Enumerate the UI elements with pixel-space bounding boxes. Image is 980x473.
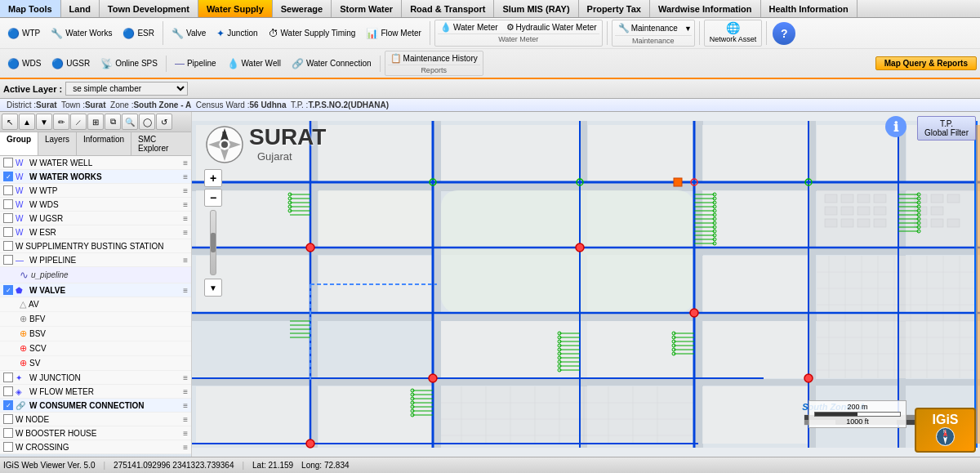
- info-help-circle[interactable]: ℹ: [885, 116, 906, 137]
- tab-information[interactable]: Information: [77, 132, 131, 155]
- checkbox[interactable]: [3, 241, 13, 251]
- menu-item-map-tools[interactable]: Map Tools: [0, 0, 61, 17]
- menu-item-health[interactable]: Health Information: [761, 0, 858, 17]
- zoom-in-btn[interactable]: +: [204, 169, 222, 187]
- toolbar-btn-water-connection[interactable]: 🔗 Water Connection: [287, 56, 376, 71]
- panel-tool-line[interactable]: ⟋: [70, 114, 87, 130]
- menu-item-sewerage[interactable]: Sewerage: [273, 0, 332, 17]
- map-nav-down[interactable]: ▼: [204, 279, 222, 297]
- tab-group[interactable]: Group: [0, 132, 38, 155]
- list-item[interactable]: W SUPPLIMENTRY BUSTING STATION: [0, 239, 191, 253]
- panel-tool-select[interactable]: ↖: [2, 114, 18, 130]
- layer-list-icon[interactable]: ≡: [183, 387, 188, 396]
- list-item[interactable]: W W WDS ≡: [0, 198, 191, 212]
- toolbar-btn-online-sps[interactable]: 📡 Online SPS: [96, 56, 162, 71]
- zoom-out-btn[interactable]: −: [204, 189, 222, 207]
- toolbar-btn-wds[interactable]: 🔵 WDS: [3, 56, 45, 71]
- toolbar-btn-hydraulic[interactable]: ⚙ Hydraulic Water Meter: [504, 21, 599, 33]
- tab-layers[interactable]: Layers: [38, 132, 77, 155]
- menu-item-road[interactable]: Road & Transport: [402, 0, 494, 17]
- toolbar-btn-ugsr[interactable]: 🔵 UGSR: [47, 56, 94, 71]
- list-item[interactable]: W W WATER WELL ≡: [0, 156, 191, 170]
- layer-list-icon[interactable]: ≡: [183, 443, 188, 452]
- list-item[interactable]: ∿ u_pipeline: [0, 267, 191, 283]
- list-item[interactable]: ◈ W FLOW METER ≡: [0, 385, 191, 399]
- list-item[interactable]: W BOOSTER HOUSE ≡: [0, 426, 191, 440]
- panel-tool-arrow-down[interactable]: ▼: [36, 114, 52, 130]
- toolbar-btn-water-works[interactable]: 🔧 Water Works: [47, 20, 116, 47]
- list-item[interactable]: W NODE ≡: [0, 413, 191, 426]
- layer-list-icon[interactable]: ≡: [183, 158, 188, 167]
- toolbar-btn-water-supply-timing[interactable]: ⏱ Water Supply Timing: [265, 20, 360, 47]
- menu-item-wardwise[interactable]: Wardwise Information: [650, 0, 761, 17]
- map-area[interactable]: SURAT Gujarat N + −: [192, 112, 980, 457]
- toolbar-btn-maintenance-history[interactable]: 📋 Maintenance History: [388, 52, 480, 65]
- checkbox[interactable]: [3, 442, 13, 452]
- layer-list-icon[interactable]: ≡: [183, 228, 188, 237]
- toolbar-btn-esr[interactable]: 🔵 ESR: [118, 20, 158, 47]
- list-item[interactable]: ⊕ BSV: [0, 327, 191, 341]
- tp-global-filter-btn[interactable]: T.P. Global Filter: [917, 116, 976, 141]
- list-item[interactable]: W W WTP ≡: [0, 184, 191, 198]
- toolbar-btn-flow-meter[interactable]: 📊 Flow Meter: [362, 20, 425, 47]
- checkbox[interactable]: [3, 199, 13, 209]
- menu-item-land[interactable]: Land: [61, 0, 100, 17]
- layer-list-icon[interactable]: ≡: [183, 256, 188, 265]
- maintenance-dropdown[interactable]: ▼: [684, 25, 692, 33]
- list-item[interactable]: ✦ W JUNCTION ≡: [0, 371, 191, 385]
- layer-list-icon[interactable]: ≡: [183, 286, 188, 295]
- checkbox[interactable]: [3, 185, 13, 195]
- layer-list-icon[interactable]: ≡: [183, 429, 188, 438]
- layer-list-icon[interactable]: ≡: [183, 415, 188, 424]
- panel-tool-copy[interactable]: ⧉: [105, 114, 121, 130]
- tab-smc-explorer[interactable]: SMC Explorer: [131, 132, 191, 155]
- panel-tool-arrow-up[interactable]: ▲: [19, 114, 35, 130]
- toolbar-btn-valve[interactable]: 🔧 Valve: [167, 20, 210, 47]
- toolbar-btn-water-meter[interactable]: 💧 Water Meter: [438, 21, 501, 33]
- menu-item-slum[interactable]: Slum MIS (RAY): [494, 0, 578, 17]
- menu-item-storm-water[interactable]: Storm Water: [332, 0, 402, 17]
- list-item[interactable]: ✓ 🔗 W CONSUMER CONNECTION ≡: [0, 399, 191, 413]
- checkbox[interactable]: [3, 158, 13, 167]
- map-query-bar[interactable]: Map Query & Reports: [875, 56, 977, 70]
- layer-list-icon[interactable]: ≡: [183, 172, 188, 181]
- panel-tool-refresh[interactable]: ↺: [156, 114, 172, 130]
- checkbox[interactable]: [3, 373, 13, 382]
- checkbox[interactable]: [3, 213, 13, 223]
- checkbox[interactable]: [3, 386, 13, 396]
- checkbox[interactable]: [3, 414, 13, 424]
- menu-item-water-supply[interactable]: Water Supply: [198, 0, 273, 17]
- toolbar-btn-help[interactable]: ?: [773, 22, 795, 45]
- toolbar-btn-network-asset[interactable]: 🌐 Network Asset: [704, 20, 763, 47]
- layer-list-icon[interactable]: ≡: [183, 214, 188, 223]
- toolbar-btn-water-well[interactable]: 💧 Water Well: [223, 56, 285, 71]
- list-item[interactable]: W CROSSING ≡: [0, 440, 191, 454]
- list-item[interactable]: W W ESR ≡: [0, 225, 191, 239]
- checkbox-checked[interactable]: ✓: [3, 285, 13, 295]
- list-item[interactable]: ✓ W W WATER WORKS ≡: [0, 170, 191, 184]
- layer-list-icon[interactable]: ≡: [183, 186, 188, 195]
- list-item[interactable]: ⊕ BFV: [0, 312, 191, 327]
- checkbox[interactable]: [3, 227, 13, 237]
- toolbar-btn-junction[interactable]: ✦ Junction: [212, 20, 261, 47]
- active-layer-select[interactable]: se simple chamber W Pipeline W Junction …: [65, 82, 188, 96]
- layer-list-icon[interactable]: ≡: [183, 200, 188, 209]
- layer-list-icon[interactable]: ≡: [183, 401, 188, 410]
- layer-list-icon[interactable]: ≡: [183, 373, 188, 382]
- list-item[interactable]: — W PIPELINE ≡: [0, 253, 191, 267]
- checkbox[interactable]: [3, 255, 13, 265]
- list-item[interactable]: △ AV: [0, 297, 191, 312]
- toolbar-btn-maintenance[interactable]: 🔧 Maintenance: [615, 21, 681, 35]
- checkbox-checked[interactable]: ✓: [3, 400, 13, 410]
- list-item[interactable]: ⊕ SV: [0, 356, 191, 371]
- list-item[interactable]: ✓ ⬟ W VALVE ≡: [0, 283, 191, 297]
- panel-tool-layers[interactable]: ⊞: [87, 114, 104, 130]
- panel-tool-search[interactable]: 🔍: [122, 114, 138, 130]
- list-item[interactable]: ⊕ SCV: [0, 341, 191, 356]
- menu-item-property-tax[interactable]: Property Tax: [579, 0, 650, 17]
- panel-tool-circle-1[interactable]: ◯: [139, 114, 155, 130]
- menu-item-town-dev[interactable]: Town Development: [100, 0, 198, 17]
- checkbox-checked[interactable]: ✓: [3, 172, 13, 181]
- panel-tool-pencil[interactable]: ✏: [53, 114, 69, 130]
- list-item[interactable]: W W UGSR ≡: [0, 212, 191, 225]
